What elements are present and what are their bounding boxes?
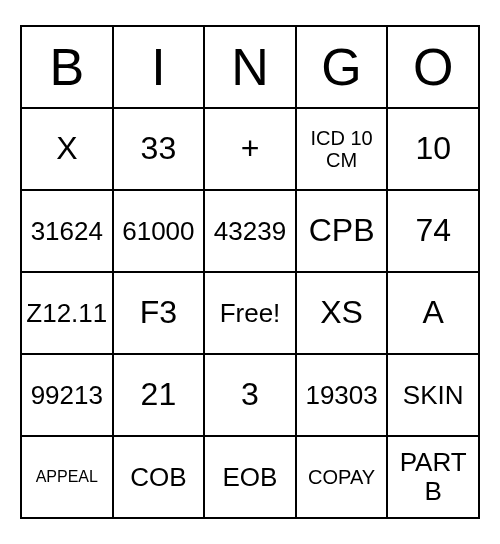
header-b: B	[22, 27, 114, 107]
bingo-cell[interactable]: 61000	[114, 191, 206, 271]
bingo-cell[interactable]: XS	[297, 273, 389, 353]
bingo-cell[interactable]: 99213	[22, 355, 114, 435]
bingo-cell[interactable]: 10	[388, 109, 478, 189]
bingo-row: 316246100043239CPB74	[22, 189, 478, 271]
bingo-cell[interactable]: COB	[114, 437, 206, 517]
header-n: N	[205, 27, 297, 107]
bingo-cell[interactable]: F3	[114, 273, 206, 353]
bingo-cell[interactable]: 21	[114, 355, 206, 435]
bingo-cell[interactable]: 3	[205, 355, 297, 435]
bingo-row: APPEALCOBEOBCOPAYPART B	[22, 435, 478, 517]
bingo-cell[interactable]: X	[22, 109, 114, 189]
header-i: I	[114, 27, 206, 107]
bingo-cell[interactable]: 31624	[22, 191, 114, 271]
bingo-grid: X33+ICD 10 CM10316246100043239CPB74Z12.1…	[22, 107, 478, 517]
bingo-cell[interactable]: SKIN	[388, 355, 478, 435]
bingo-cell[interactable]: 33	[114, 109, 206, 189]
bingo-cell[interactable]: 74	[388, 191, 478, 271]
header-o: O	[388, 27, 478, 107]
bingo-cell[interactable]: EOB	[205, 437, 297, 517]
bingo-cell[interactable]: Z12.11	[22, 273, 114, 353]
bingo-row: Z12.11F3Free!XSA	[22, 271, 478, 353]
bingo-cell[interactable]: ICD 10 CM	[297, 109, 389, 189]
bingo-cell[interactable]: A	[388, 273, 478, 353]
bingo-header-row: B I N G O	[22, 27, 478, 107]
bingo-row: 9921321319303SKIN	[22, 353, 478, 435]
bingo-cell[interactable]: COPAY	[297, 437, 389, 517]
bingo-cell[interactable]: Free!	[205, 273, 297, 353]
bingo-card: B I N G O X33+ICD 10 CM10316246100043239…	[20, 25, 480, 519]
bingo-cell[interactable]: APPEAL	[22, 437, 114, 517]
bingo-cell[interactable]: 19303	[297, 355, 389, 435]
bingo-row: X33+ICD 10 CM10	[22, 107, 478, 189]
header-g: G	[297, 27, 389, 107]
bingo-cell[interactable]: +	[205, 109, 297, 189]
bingo-cell[interactable]: 43239	[205, 191, 297, 271]
bingo-cell[interactable]: CPB	[297, 191, 389, 271]
bingo-cell[interactable]: PART B	[388, 437, 478, 517]
